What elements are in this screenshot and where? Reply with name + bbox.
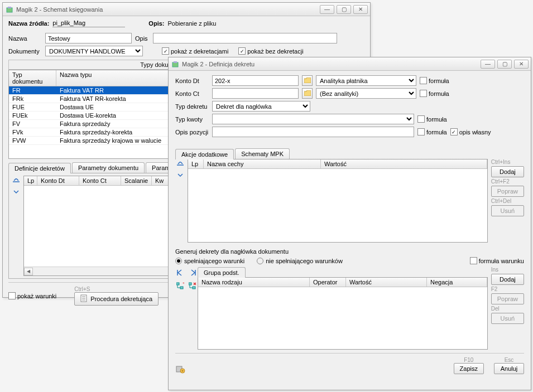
- dodaj-button[interactable]: Dodaj: [491, 166, 524, 177]
- chk-formula-kwoty[interactable]: formuła: [417, 115, 447, 123]
- typ-kwoty-select[interactable]: [212, 114, 414, 124]
- col-nazwa-rodzaju[interactable]: Nazwa rodzaju: [198, 278, 310, 287]
- titlebar-2[interactable]: Magik 2 - Definicja dekretu — ▢ ✕: [169, 57, 531, 71]
- col-konto-ct[interactable]: Konto Ct: [79, 176, 121, 185]
- svg-text:+: +: [183, 282, 184, 286]
- titlebar-1[interactable]: Magik 2 - Schemat księgowania — ▢ ✕: [3, 3, 370, 16]
- col-negacja[interactable]: Negacja: [427, 278, 487, 287]
- svg-rect-9: [180, 287, 183, 289]
- zapisz-button[interactable]: Zapisz: [454, 363, 484, 374]
- konto-ct-browse-button[interactable]: [302, 88, 313, 99]
- col-nazwa-cechy[interactable]: Nazwa cechy: [204, 159, 321, 168]
- typ-kwoty-label: Typ kwoty: [175, 116, 209, 123]
- konto-dt-browse-button[interactable]: [302, 75, 313, 86]
- tree-add-icon[interactable]: +: [175, 281, 185, 291]
- tree-remove-icon[interactable]: [188, 281, 198, 291]
- sc-ctrl-del: Ctrl+Del: [491, 198, 524, 204]
- close-button[interactable]: ✕: [514, 60, 529, 69]
- konto-dt-input[interactable]: [212, 75, 299, 86]
- opis-pozycji-label: Opis pozycji: [175, 129, 209, 135]
- nav-first-icon[interactable]: [175, 268, 185, 278]
- chk-opis-wlasny[interactable]: ✓opis własny: [450, 128, 491, 135]
- nav-last-icon[interactable]: [188, 268, 198, 278]
- move-down-icon[interactable]: [12, 188, 20, 196]
- svg-rect-14: [193, 287, 195, 289]
- col-wartosc2[interactable]: Wartość: [346, 278, 427, 287]
- minimize-button[interactable]: —: [481, 60, 495, 69]
- konto-ct-input[interactable]: [212, 88, 299, 99]
- gear-icon[interactable]: [175, 364, 185, 374]
- col-lp[interactable]: Lp: [188, 159, 204, 168]
- sc-ctrl-ins: Ctrl+Ins: [491, 159, 524, 165]
- svg-rect-1: [8, 7, 11, 8]
- close-button[interactable]: ✕: [353, 5, 368, 14]
- document-icon: [80, 294, 87, 303]
- opis-pozycji-input[interactable]: [212, 127, 414, 137]
- dodaj-button-2[interactable]: Dodaj: [491, 274, 524, 285]
- chk-z-dekretacjami[interactable]: ✓pokaż z dekretacjami: [162, 47, 228, 55]
- sc-del: Del: [491, 306, 524, 312]
- move-down-icon[interactable]: [176, 171, 184, 179]
- opis2-input[interactable]: [153, 33, 337, 43]
- typ-dekretu-label: Typ dekretu: [175, 103, 209, 110]
- sc-ins: Ins: [491, 267, 524, 273]
- radio-nie-spelnia[interactable]: nie spełniającego warunków: [257, 258, 343, 264]
- ctrl-s-shortcut: Ctrl+S: [74, 286, 90, 292]
- svg-point-21: [182, 370, 184, 372]
- chk-formula-warunku[interactable]: formuła warunku: [470, 257, 524, 264]
- scroll-left-icon[interactable]: ◀: [24, 268, 33, 275]
- col-scalanie[interactable]: Scalanie: [121, 176, 152, 185]
- opis2-label: Opis: [135, 35, 150, 42]
- sc-ctrl-f2: Ctrl+F2: [491, 178, 524, 185]
- maximize-button[interactable]: ▢: [497, 60, 512, 69]
- chk-formula-dt[interactable]: formuła: [420, 77, 449, 84]
- tab-schematy-mpk[interactable]: Schematy MPK: [235, 148, 290, 159]
- chk-bez-dekretacji[interactable]: ✓pokaż bez dekretacji: [238, 47, 303, 55]
- col-operator[interactable]: Operator: [310, 278, 346, 287]
- chk-pokaz-warunki[interactable]: pokaż warunki: [8, 292, 56, 299]
- konto-dt-analityka-select[interactable]: Analityka płatnika: [316, 75, 416, 86]
- dokumenty-select[interactable]: DOKUMENTY HANDLOWE: [45, 46, 143, 56]
- anuluj-button[interactable]: Anuluj: [494, 363, 524, 374]
- usun-button-2[interactable]: Usuń: [491, 313, 524, 324]
- col-kw[interactable]: Kw: [152, 176, 169, 185]
- opis-value: Pobieranie z pliku: [167, 20, 216, 27]
- popraw-button[interactable]: Popraw: [491, 186, 524, 197]
- col-typ-dokumentu[interactable]: Typ dokumentu: [9, 70, 56, 86]
- move-top-icon[interactable]: [176, 161, 184, 169]
- procedura-dekretujaca-button[interactable]: Procedura dekretująca: [74, 292, 159, 306]
- sc-esc: Esc: [505, 357, 514, 363]
- cechy-table: Lp Nazwa cechy Wartość: [188, 159, 488, 243]
- maximize-button[interactable]: ▢: [337, 5, 351, 14]
- usun-button[interactable]: Usuń: [491, 205, 524, 216]
- konto-dt-label: Konto Dt: [175, 78, 209, 84]
- radio-spelnia[interactable]: spełniającego warunki: [175, 258, 244, 264]
- col-wartosc[interactable]: Wartość: [321, 159, 487, 168]
- tab-parametry-dokumentu[interactable]: Parametry dokumentu: [72, 162, 145, 173]
- nazwa-label: Nazwa: [8, 35, 42, 42]
- window-title-1: Magik 2 - Schemat księgowania: [16, 6, 320, 13]
- popraw-button-2[interactable]: Popraw: [491, 293, 524, 304]
- chk-formula-opis[interactable]: formuła: [417, 128, 447, 135]
- typ-dekretu-select[interactable]: Dekret dla nagłówka: [212, 101, 310, 112]
- nazwa-input[interactable]: [45, 33, 132, 43]
- folder-icon: [304, 78, 311, 84]
- generuj-label: Generuj dekrety dla nagłówka dokumentu: [175, 248, 289, 255]
- tab-definicje-dekretow[interactable]: Definicje dekretów: [8, 163, 71, 173]
- window-title-2: Magik 2 - Definicja dekretu: [182, 61, 481, 67]
- minimize-button[interactable]: —: [320, 5, 334, 14]
- app-icon: [5, 5, 14, 14]
- move-top-icon[interactable]: [12, 178, 20, 186]
- tab-akcje-dodatkowe[interactable]: Akcje dodatkowe: [175, 149, 234, 159]
- window-definicja-dekretu: Magik 2 - Definicja dekretu — ▢ ✕ Konto …: [168, 57, 531, 390]
- svg-rect-7: [174, 61, 177, 63]
- app-icon: [171, 60, 180, 69]
- tab-grupa-podst[interactable]: Grupa podst.: [198, 267, 246, 278]
- konto-ct-label: Konto Ct: [175, 90, 209, 97]
- chk-formula-ct[interactable]: formuła: [420, 90, 449, 97]
- col-konto-dt[interactable]: Konto Dt: [37, 176, 79, 185]
- dokumenty-label: Dokumenty: [8, 48, 42, 55]
- sc-f2: F2: [491, 286, 524, 292]
- col-lp[interactable]: Lp: [24, 176, 37, 185]
- konto-ct-analityka-select[interactable]: (Bez analityki): [316, 88, 416, 99]
